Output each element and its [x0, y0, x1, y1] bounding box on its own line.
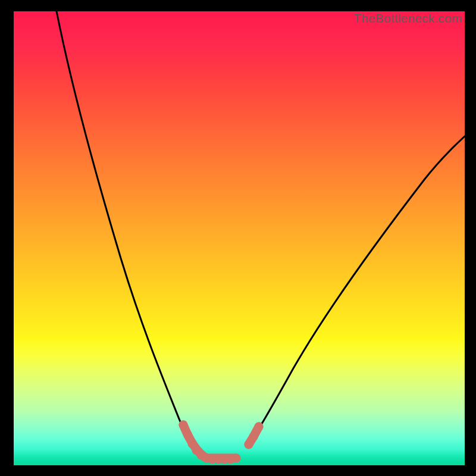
plot-area: TheBottleneck.com — [14, 11, 465, 465]
chart-frame: TheBottleneck.com — [0, 0, 476, 476]
trough-stroke-left — [183, 425, 206, 458]
bottleneck-curve — [14, 11, 465, 465]
trough-stroke-right — [249, 427, 259, 444]
curve-right — [249, 136, 465, 444]
curve-left — [57, 11, 194, 446]
